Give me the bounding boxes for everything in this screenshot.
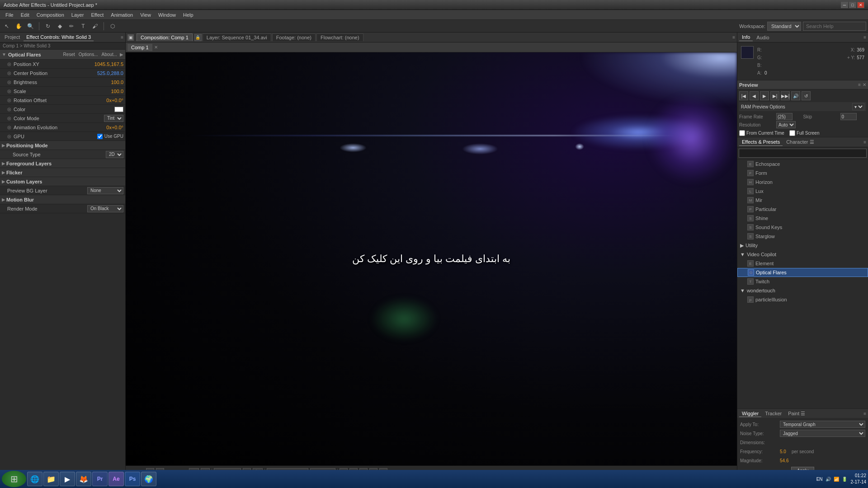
comp-tab-layer[interactable]: Layer: Sequence 01_34.avi [203,33,271,41]
skip-input[interactable] [840,113,857,120]
effects-search-input[interactable] [739,149,867,158]
effect-about-btn[interactable]: About... [100,52,119,57]
tool-zoom[interactable]: 🔍 [25,21,35,31]
tool-rotate[interactable]: ↻ [43,21,53,31]
effect-cat-utility[interactable]: ▶ Utility [737,241,868,250]
search-help-input[interactable] [803,22,866,31]
section-custom-arrow[interactable]: ▶ [2,179,6,184]
full-screen-checkbox[interactable] [789,130,795,136]
taskbar-explorer[interactable]: 📁 [43,472,59,486]
prop-rotation-value[interactable]: 0x+0.0° [106,98,123,103]
effect-cat-wondertouch[interactable]: ▼ wondertouch [737,286,868,295]
taskbar-ps[interactable]: Ps [125,472,140,486]
prop-center-value[interactable]: 525.0,288.0 [97,70,123,76]
menu-file[interactable]: File [2,11,17,19]
effect-scroll-right[interactable]: ▶ [120,52,123,57]
panel-left-menu[interactable]: ≡ [121,35,123,40]
menu-composition[interactable]: Composition [33,11,68,19]
resolution-select[interactable]: Auto Full [776,121,796,128]
minimize-button[interactable]: ─ [841,2,848,8]
viewer-tab-close[interactable]: ✕ [154,45,158,50]
prop-anim-value[interactable]: 0x+0.0° [106,125,123,130]
wig-tab-paint[interactable]: Paint ☰ [785,410,808,417]
effects-menu[interactable]: ≡ [863,140,866,145]
menu-help[interactable]: Help [179,11,197,19]
effect-item-horizon[interactable]: H Horizon [737,178,868,187]
tab-effect-controls[interactable]: Effect Controls: White Solid 3 [24,33,94,41]
prop-brightness-value[interactable]: 100.0 [111,80,123,85]
close-button[interactable]: ✕ [857,2,864,8]
prev-first-frame[interactable]: |◀ [739,91,748,100]
wig-menu[interactable]: ≡ [863,411,866,416]
wig-tab-wiggler[interactable]: Wiggler [739,410,761,417]
comp-tab-lock[interactable]: 🔒 [194,34,202,41]
taskbar-ae[interactable]: Ae [108,472,124,486]
comp-tab-footage[interactable]: Footage: (none) [272,33,316,41]
ram-preview-dropdown[interactable]: ▾ [852,103,864,110]
effect-item-particular[interactable]: P Particular [737,205,868,214]
wig-magnitude-value[interactable]: 54.6 [780,458,788,463]
effect-item-mir[interactable]: M Mir [737,196,868,205]
taskbar-media[interactable]: ▶ [60,472,75,486]
effect-item-sound-keys[interactable]: S Sound Keys [737,223,868,232]
prev-last-frame[interactable]: ▶▶| [781,91,790,100]
taskbar-firefox[interactable]: 🦊 [76,472,91,486]
effect-item-twitch[interactable]: T Twitch [737,277,868,286]
eff-tab-character[interactable]: Character ☰ [783,138,816,146]
wig-apply-to-select[interactable]: Temporal Graph [780,421,865,428]
prop-color-mode-select[interactable]: Tint [104,115,123,122]
wig-frequency-value[interactable]: 5.0 [780,449,786,454]
sys-volume-icon[interactable]: 🔊 [826,477,831,482]
comp-tab-icon[interactable]: ▣ [127,34,134,41]
prev-audio[interactable]: 🔊 [791,91,800,100]
from-current-checkbox[interactable] [739,130,745,136]
tool-hand[interactable]: ✋ [14,21,24,31]
effect-item-shine[interactable]: S Shine [737,214,868,223]
prev-prev-frame[interactable]: ◀ [750,91,759,100]
prop-color-swatch[interactable] [114,107,123,112]
prop-preview-bg-select[interactable]: None [87,187,123,194]
wig-tab-tracker[interactable]: Tracker [762,410,784,417]
menu-window[interactable]: Window [155,11,179,19]
rp-tab-info[interactable]: Info [739,33,753,41]
tool-text[interactable]: T [78,21,88,31]
preview-menu[interactable]: ≡ [858,82,861,87]
prop-source-type-select[interactable]: 2D [106,151,123,158]
effect-item-starglow[interactable]: S Starglow [737,232,868,241]
effect-cat-videocopilot[interactable]: ▼ Video Copilot [737,250,868,259]
prev-next-frame[interactable]: ▶| [770,91,779,100]
prop-gpu-checkbox[interactable] [97,134,103,139]
menu-layer[interactable]: Layer [68,11,88,19]
section-motion-blur-arrow[interactable]: ▶ [2,197,6,202]
comp-tab-flowchart[interactable]: Flowchart: (none) [316,33,363,41]
tool-brush[interactable]: 🖌 [90,21,100,31]
section-positioning-arrow[interactable]: ▶ [2,143,6,148]
effect-options-btn[interactable]: Options... [77,52,100,57]
tool-pen[interactable]: ✏ [66,21,76,31]
sys-network-icon[interactable]: 📶 [834,477,839,482]
effect-item-echospace[interactable]: E Echospace [737,160,868,169]
taskbar-premiere[interactable]: Pr [92,472,108,486]
effect-item-lux[interactable]: L Lux [737,187,868,196]
effect-item-element[interactable]: E Element [737,259,868,268]
tool-select[interactable]: ↖ [2,21,12,31]
tab-project[interactable]: Project [2,33,23,41]
prop-position-xy-value[interactable]: 1045.5,167.5 [94,61,123,67]
taskbar-browser[interactable]: 🌍 [141,472,156,486]
comp-tab-comp1[interactable]: Composition: Comp 1 [137,33,193,41]
effect-item-form[interactable]: F Form [737,169,868,178]
section-flicker-arrow[interactable]: ▶ [2,170,6,175]
prop-scale-value[interactable]: 100.0 [111,89,123,94]
effect-item-optical-flares[interactable]: O Optical Flares [737,268,868,277]
effect-item-particle[interactable]: p particleIllusion [737,295,868,304]
eff-tab-effects[interactable]: Effects & Presets [739,138,783,146]
wig-noise-type-select[interactable]: Jagged Smooth [780,430,865,437]
prop-render-mode-select[interactable]: On Black [87,205,123,212]
prev-loop[interactable]: ↺ [802,91,811,100]
viewer-menu[interactable]: ≡ [732,35,735,40]
preview-close[interactable]: ✕ [863,82,866,87]
start-button[interactable]: ⊞ [2,471,26,487]
section-foreground-arrow[interactable]: ▶ [2,161,6,166]
prev-play[interactable]: ▶ [760,91,769,100]
menu-view[interactable]: View [137,11,155,19]
